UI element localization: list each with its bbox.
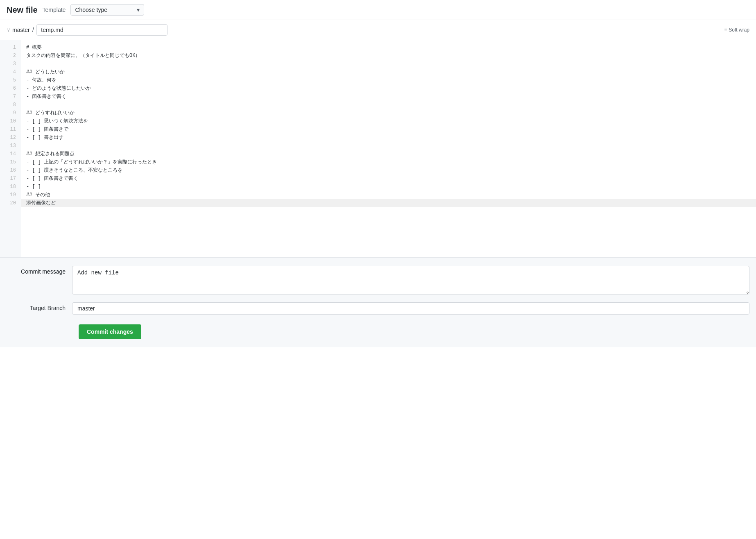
code-line: ## どうすればいいか xyxy=(21,109,756,117)
code-line xyxy=(21,101,756,109)
code-line: - [ ] 思いつく解決方法を xyxy=(21,117,756,125)
soft-wrap-icon: ≡ xyxy=(724,27,727,33)
branch-name: master xyxy=(12,27,30,33)
line-number: 9 xyxy=(0,109,21,117)
editor-content[interactable]: # 概要タスクの内容を簡潔に。（タイトルと同じでもOK）## どうしたいか- 何… xyxy=(21,40,756,257)
code-line: 添付画像など xyxy=(21,199,756,207)
line-number: 6 xyxy=(0,84,21,93)
line-number: 7 xyxy=(0,93,21,101)
commit-changes-button[interactable]: Commit changes xyxy=(79,324,141,339)
code-line xyxy=(21,60,756,68)
commit-message-label: Commit message xyxy=(7,266,72,275)
line-number: 20 xyxy=(0,199,21,207)
template-label: Template xyxy=(43,7,66,13)
commit-message-control xyxy=(72,266,749,296)
code-line: - [ ] 躓きそうなところ、不安なところを xyxy=(21,166,756,174)
code-line: - [ ] 箇条書きで xyxy=(21,125,756,134)
code-line: ## 想定される問題点 xyxy=(21,150,756,158)
code-line: - [ ] 箇条書きで書く xyxy=(21,174,756,183)
header-bar: New file Template Choose type ▾ xyxy=(0,0,756,20)
target-branch-control xyxy=(72,302,749,315)
target-branch-input[interactable] xyxy=(72,302,749,315)
code-line: ## その他 xyxy=(21,191,756,199)
code-line: - [ ] 上記の「どうすればいいか？」を実際に行ったとき xyxy=(21,158,756,166)
target-branch-row: Target Branch xyxy=(7,302,749,315)
line-number: 11 xyxy=(0,125,21,134)
line-numbers: 1234567891011121314151617181920 xyxy=(0,40,21,257)
line-number: 17 xyxy=(0,174,21,183)
choose-type-label: Choose type xyxy=(75,7,107,13)
code-line: ## どうしたいか xyxy=(21,68,756,76)
line-number: 18 xyxy=(0,183,21,191)
code-line: - 箇条書きで書く xyxy=(21,93,756,101)
filepath-bar: ⑂ master / ≡ Soft wrap xyxy=(0,20,756,40)
filepath-separator: / xyxy=(32,26,34,34)
line-number: 15 xyxy=(0,158,21,166)
code-line xyxy=(21,142,756,150)
line-number: 12 xyxy=(0,134,21,142)
line-number: 10 xyxy=(0,117,21,125)
code-line: - [ ] 書き出す xyxy=(21,134,756,142)
commit-button-row: Commit changes xyxy=(7,321,749,339)
line-number: 13 xyxy=(0,142,21,150)
commit-message-row: Commit message xyxy=(7,266,749,296)
commit-section: Commit message Target Branch Commit chan… xyxy=(0,257,756,347)
line-number: 16 xyxy=(0,166,21,174)
chevron-down-icon: ▾ xyxy=(137,7,140,13)
code-line: - [ ] xyxy=(21,183,756,191)
line-number: 8 xyxy=(0,101,21,109)
line-number: 5 xyxy=(0,76,21,84)
filename-input[interactable] xyxy=(36,24,167,36)
line-number: 4 xyxy=(0,68,21,76)
soft-wrap-label: Soft wrap xyxy=(729,27,749,33)
editor-container: 1234567891011121314151617181920 # 概要タスクの… xyxy=(0,40,756,257)
line-number: 19 xyxy=(0,191,21,199)
line-number: 3 xyxy=(0,60,21,68)
line-number: 2 xyxy=(0,52,21,60)
page-title: New file xyxy=(7,5,38,15)
line-number: 14 xyxy=(0,150,21,158)
code-line: # 概要 xyxy=(21,43,756,52)
branch-icon: ⑂ xyxy=(7,27,10,33)
code-line: タスクの内容を簡潔に。（タイトルと同じでもOK） xyxy=(21,52,756,60)
line-number: 1 xyxy=(0,43,21,52)
target-branch-label: Target Branch xyxy=(7,302,72,311)
code-line: - どのような状態にしたいか xyxy=(21,84,756,93)
code-line: - 何故、何を xyxy=(21,76,756,84)
soft-wrap-toggle[interactable]: ≡ Soft wrap xyxy=(724,27,749,33)
choose-type-dropdown[interactable]: Choose type ▾ xyxy=(70,4,144,16)
commit-message-input[interactable] xyxy=(72,266,749,294)
